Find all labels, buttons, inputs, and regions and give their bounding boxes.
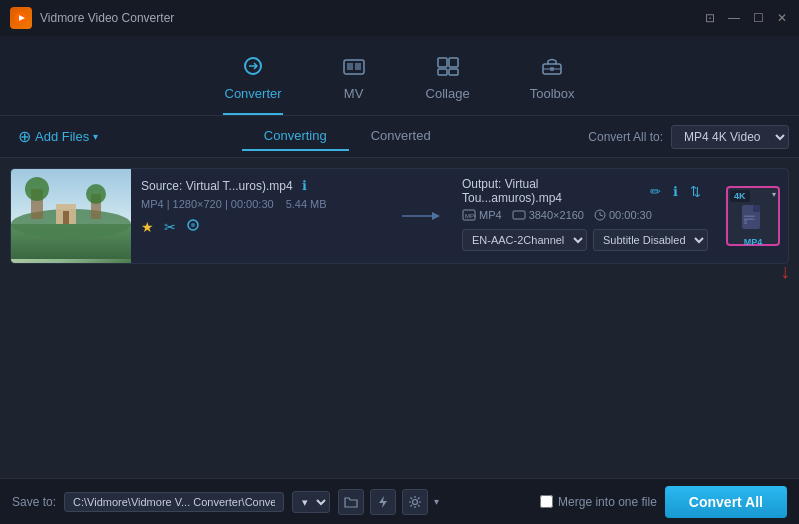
tab-collage[interactable]: Collage bbox=[396, 46, 500, 115]
file-info: Source: Virtual T...uros).mp4 ℹ MP4 | 12… bbox=[131, 169, 392, 263]
format-badge-chevron: ▾ bbox=[772, 190, 776, 199]
svg-rect-9 bbox=[449, 69, 458, 75]
file-source: Source: Virtual T...uros).mp4 ℹ bbox=[141, 177, 382, 194]
format-badge[interactable]: 4K ▾ ≡ ═══ ═══ MP4 bbox=[726, 186, 780, 246]
tab-toolbox[interactable]: Toolbox bbox=[500, 46, 605, 115]
format-badge-top: 4K bbox=[730, 190, 750, 202]
svg-rect-6 bbox=[438, 58, 447, 67]
toolbox-icon bbox=[540, 56, 564, 80]
save-path-input[interactable] bbox=[64, 492, 284, 512]
output-info-btn[interactable]: ℹ bbox=[670, 183, 681, 200]
effects-icon[interactable] bbox=[186, 218, 200, 235]
svg-point-17 bbox=[25, 177, 49, 201]
settings-dropdown-arrow[interactable]: ▾ bbox=[434, 496, 439, 507]
file-meta: MP4 | 1280×720 | 00:00:30 5.44 MB bbox=[141, 198, 382, 210]
converting-tab[interactable]: Converting bbox=[242, 122, 349, 151]
output-resolution: 3840×2160 bbox=[512, 209, 584, 221]
output-section: Output: Virtual Tou...amuros).mp4 ✏ ℹ ⇅ … bbox=[452, 169, 718, 263]
format-badge-wrapper: 4K ▾ ≡ ═══ ═══ MP4 ↓ bbox=[718, 169, 788, 263]
close-btn[interactable]: ✕ bbox=[775, 11, 789, 25]
svg-point-19 bbox=[86, 184, 106, 204]
file-actions: ★ ✂ bbox=[141, 218, 382, 235]
star-icon[interactable]: ★ bbox=[141, 219, 154, 235]
folder-btn[interactable] bbox=[338, 489, 364, 515]
bottom-icons: ▾ bbox=[338, 489, 439, 515]
output-source: Output: Virtual Tou...amuros).mp4 ✏ ℹ ⇅ bbox=[462, 177, 708, 205]
convert-all-label: Convert All to: bbox=[588, 130, 663, 144]
svg-rect-7 bbox=[449, 58, 458, 67]
svg-line-31 bbox=[600, 215, 603, 216]
tab-toolbox-label: Toolbox bbox=[530, 86, 575, 101]
cut-icon[interactable]: ✂ bbox=[164, 219, 176, 235]
down-arrow-indicator: ↓ bbox=[780, 260, 790, 283]
tab-mv[interactable]: MV bbox=[312, 46, 396, 115]
mv-icon bbox=[342, 56, 366, 80]
output-updown-btn[interactable]: ⇅ bbox=[687, 183, 704, 200]
toolbar: ⊕ Add Files ▾ Converting Converted Conve… bbox=[0, 116, 799, 158]
converter-icon bbox=[241, 56, 265, 80]
convert-arrow bbox=[392, 169, 452, 263]
svg-point-38 bbox=[413, 499, 418, 504]
svg-rect-12 bbox=[550, 67, 554, 71]
source-text: Source: Virtual T...uros).mp4 bbox=[141, 179, 293, 193]
output-format: MP4 MP4 bbox=[462, 209, 502, 221]
save-path-dropdown[interactable]: ▾ bbox=[292, 491, 330, 513]
add-files-button[interactable]: ⊕ Add Files ▾ bbox=[10, 123, 106, 150]
svg-rect-4 bbox=[347, 63, 353, 70]
tab-mv-label: MV bbox=[344, 86, 364, 101]
svg-text:MP4: MP4 bbox=[465, 213, 476, 219]
tab-converter[interactable]: Converter bbox=[195, 46, 312, 115]
file-thumbnail bbox=[11, 169, 131, 263]
output-dropdowns: EN-AAC-2Channel EN-AAC-5.1 Subtitle Disa… bbox=[462, 229, 708, 251]
minimize-btn[interactable]: — bbox=[727, 11, 741, 25]
svg-rect-5 bbox=[355, 63, 361, 70]
nav-tabs: Converter MV Collage bbox=[0, 36, 799, 116]
bottom-bar: Save to: ▾ ▾ Merge into one file Convert… bbox=[0, 478, 799, 524]
app-logo bbox=[10, 7, 32, 29]
toolbar-tabs: Converting Converted bbox=[114, 122, 580, 151]
tab-collage-label: Collage bbox=[426, 86, 470, 101]
file-list: Source: Virtual T...uros).mp4 ℹ MP4 | 12… bbox=[0, 158, 799, 272]
tab-converter-label: Converter bbox=[225, 86, 282, 101]
svg-rect-28 bbox=[513, 211, 525, 219]
save-to-label: Save to: bbox=[12, 495, 56, 509]
svg-point-23 bbox=[191, 223, 195, 227]
maximize-btn[interactable]: ☐ bbox=[751, 11, 765, 25]
add-icon: ⊕ bbox=[18, 127, 31, 146]
collage-icon bbox=[436, 56, 460, 80]
svg-rect-8 bbox=[438, 69, 447, 75]
title-bar-left: Vidmore Video Converter bbox=[10, 7, 174, 29]
merge-checkbox-label: Merge into one file bbox=[540, 495, 657, 509]
app-title: Vidmore Video Converter bbox=[40, 11, 174, 25]
svg-rect-21 bbox=[63, 211, 69, 224]
lightning-btn[interactable] bbox=[370, 489, 396, 515]
converted-tab[interactable]: Converted bbox=[349, 122, 453, 151]
svg-rect-33 bbox=[753, 205, 760, 212]
source-info-btn[interactable]: ℹ bbox=[299, 177, 310, 194]
output-text: Output: Virtual Tou...amuros).mp4 bbox=[462, 177, 641, 205]
file-item-inner: Source: Virtual T...uros).mp4 ℹ MP4 | 12… bbox=[11, 169, 788, 263]
output-meta: MP4 MP4 3840×2160 00:00:30 bbox=[462, 209, 708, 221]
subtitle-select[interactable]: Subtitle Disabled Subtitle Enabled bbox=[593, 229, 708, 251]
file-size: 5.44 MB bbox=[286, 198, 327, 210]
restore-btn[interactable]: ⊡ bbox=[703, 11, 717, 25]
merge-checkbox[interactable] bbox=[540, 495, 553, 508]
output-right-icons: ℹ ⇅ bbox=[670, 183, 708, 200]
svg-text:═══: ═══ bbox=[743, 216, 755, 222]
output-duration: 00:00:30 bbox=[594, 209, 652, 221]
add-files-chevron: ▾ bbox=[93, 131, 98, 142]
convert-all-button[interactable]: Convert All bbox=[665, 486, 787, 518]
file-meta-text: MP4 | 1280×720 | 00:00:30 bbox=[141, 198, 274, 210]
title-bar: Vidmore Video Converter ⊡ — ☐ ✕ bbox=[0, 0, 799, 36]
settings-btn[interactable] bbox=[402, 489, 428, 515]
convert-all-select[interactable]: MP4 4K Video MP4 HD Video AVI MOV bbox=[671, 125, 789, 149]
file-item: Source: Virtual T...uros).mp4 ℹ MP4 | 12… bbox=[10, 168, 789, 264]
format-badge-icon: ≡ ═══ ═══ bbox=[739, 204, 767, 236]
svg-marker-37 bbox=[379, 496, 387, 508]
svg-marker-25 bbox=[432, 212, 440, 220]
audio-channel-select[interactable]: EN-AAC-2Channel EN-AAC-5.1 bbox=[462, 229, 587, 251]
format-badge-label: MP4 bbox=[744, 237, 763, 247]
title-bar-controls: ⊡ — ☐ ✕ bbox=[703, 11, 789, 25]
output-edit-btn[interactable]: ✏ bbox=[647, 183, 664, 200]
